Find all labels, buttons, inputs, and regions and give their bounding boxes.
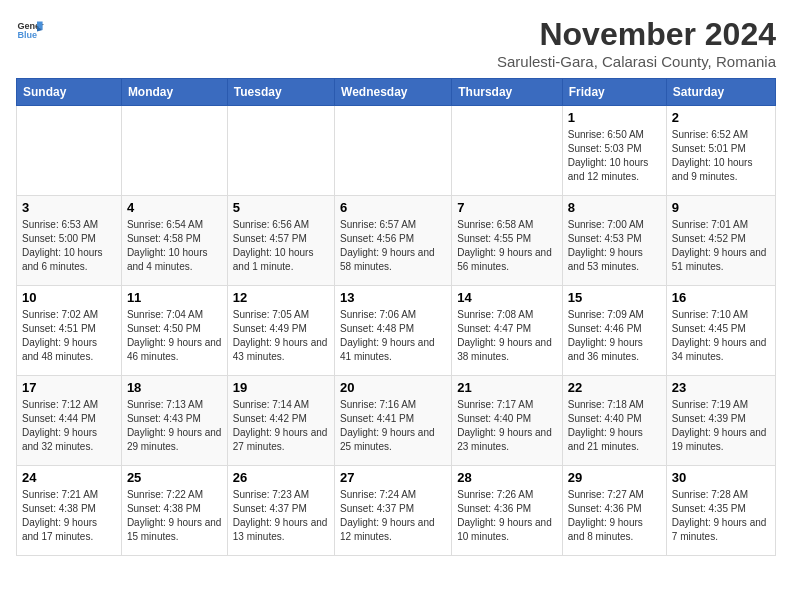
day-number: 19 [233,380,329,395]
day-number: 17 [22,380,116,395]
day-number: 3 [22,200,116,215]
day-number: 29 [568,470,661,485]
logo: General Blue [16,16,44,44]
day-info: Sunrise: 7:12 AMSunset: 4:44 PMDaylight:… [22,398,116,454]
day-number: 20 [340,380,446,395]
day-info: Sunrise: 7:23 AMSunset: 4:37 PMDaylight:… [233,488,329,544]
day-info: Sunrise: 7:17 AMSunset: 4:40 PMDaylight:… [457,398,557,454]
calendar-cell: 15Sunrise: 7:09 AMSunset: 4:46 PMDayligh… [562,286,666,376]
day-info: Sunrise: 7:01 AMSunset: 4:52 PMDaylight:… [672,218,770,274]
week-row-2: 3Sunrise: 6:53 AMSunset: 5:00 PMDaylight… [17,196,776,286]
calendar-cell: 17Sunrise: 7:12 AMSunset: 4:44 PMDayligh… [17,376,122,466]
day-info: Sunrise: 7:05 AMSunset: 4:49 PMDaylight:… [233,308,329,364]
calendar-cell: 8Sunrise: 7:00 AMSunset: 4:53 PMDaylight… [562,196,666,286]
calendar-cell: 12Sunrise: 7:05 AMSunset: 4:49 PMDayligh… [227,286,334,376]
day-number: 22 [568,380,661,395]
col-header-monday: Monday [121,79,227,106]
day-info: Sunrise: 7:14 AMSunset: 4:42 PMDaylight:… [233,398,329,454]
calendar-cell: 1Sunrise: 6:50 AMSunset: 5:03 PMDaylight… [562,106,666,196]
day-info: Sunrise: 7:28 AMSunset: 4:35 PMDaylight:… [672,488,770,544]
day-number: 16 [672,290,770,305]
day-number: 11 [127,290,222,305]
calendar-cell: 23Sunrise: 7:19 AMSunset: 4:39 PMDayligh… [666,376,775,466]
day-info: Sunrise: 7:06 AMSunset: 4:48 PMDaylight:… [340,308,446,364]
calendar-cell: 21Sunrise: 7:17 AMSunset: 4:40 PMDayligh… [452,376,563,466]
day-info: Sunrise: 7:19 AMSunset: 4:39 PMDaylight:… [672,398,770,454]
calendar-cell: 29Sunrise: 7:27 AMSunset: 4:36 PMDayligh… [562,466,666,556]
calendar-cell: 7Sunrise: 6:58 AMSunset: 4:55 PMDaylight… [452,196,563,286]
day-number: 13 [340,290,446,305]
day-number: 27 [340,470,446,485]
day-number: 10 [22,290,116,305]
day-number: 18 [127,380,222,395]
page-header: General Blue November 2024 Sarulesti-Gar… [16,16,776,70]
calendar-cell: 6Sunrise: 6:57 AMSunset: 4:56 PMDaylight… [335,196,452,286]
calendar-cell: 2Sunrise: 6:52 AMSunset: 5:01 PMDaylight… [666,106,775,196]
day-number: 14 [457,290,557,305]
day-number: 2 [672,110,770,125]
day-info: Sunrise: 6:57 AMSunset: 4:56 PMDaylight:… [340,218,446,274]
svg-text:Blue: Blue [17,30,37,40]
day-number: 4 [127,200,222,215]
col-header-sunday: Sunday [17,79,122,106]
calendar-cell [335,106,452,196]
calendar-table: SundayMondayTuesdayWednesdayThursdayFrid… [16,78,776,556]
calendar-cell: 30Sunrise: 7:28 AMSunset: 4:35 PMDayligh… [666,466,775,556]
day-number: 26 [233,470,329,485]
calendar-cell [121,106,227,196]
page-subtitle: Sarulesti-Gara, Calarasi County, Romania [497,53,776,70]
day-info: Sunrise: 7:22 AMSunset: 4:38 PMDaylight:… [127,488,222,544]
week-row-3: 10Sunrise: 7:02 AMSunset: 4:51 PMDayligh… [17,286,776,376]
day-number: 5 [233,200,329,215]
calendar-cell: 10Sunrise: 7:02 AMSunset: 4:51 PMDayligh… [17,286,122,376]
day-info: Sunrise: 6:56 AMSunset: 4:57 PMDaylight:… [233,218,329,274]
day-info: Sunrise: 6:50 AMSunset: 5:03 PMDaylight:… [568,128,661,184]
day-info: Sunrise: 7:04 AMSunset: 4:50 PMDaylight:… [127,308,222,364]
day-number: 15 [568,290,661,305]
day-info: Sunrise: 7:24 AMSunset: 4:37 PMDaylight:… [340,488,446,544]
day-info: Sunrise: 7:18 AMSunset: 4:40 PMDaylight:… [568,398,661,454]
calendar-cell: 16Sunrise: 7:10 AMSunset: 4:45 PMDayligh… [666,286,775,376]
day-info: Sunrise: 7:13 AMSunset: 4:43 PMDaylight:… [127,398,222,454]
day-info: Sunrise: 7:26 AMSunset: 4:36 PMDaylight:… [457,488,557,544]
day-info: Sunrise: 7:08 AMSunset: 4:47 PMDaylight:… [457,308,557,364]
calendar-cell: 9Sunrise: 7:01 AMSunset: 4:52 PMDaylight… [666,196,775,286]
calendar-cell: 13Sunrise: 7:06 AMSunset: 4:48 PMDayligh… [335,286,452,376]
title-section: November 2024 Sarulesti-Gara, Calarasi C… [497,16,776,70]
day-info: Sunrise: 7:00 AMSunset: 4:53 PMDaylight:… [568,218,661,274]
calendar-cell: 22Sunrise: 7:18 AMSunset: 4:40 PMDayligh… [562,376,666,466]
day-number: 8 [568,200,661,215]
calendar-header-row: SundayMondayTuesdayWednesdayThursdayFrid… [17,79,776,106]
calendar-cell [227,106,334,196]
calendar-cell [452,106,563,196]
day-info: Sunrise: 7:21 AMSunset: 4:38 PMDaylight:… [22,488,116,544]
day-info: Sunrise: 7:09 AMSunset: 4:46 PMDaylight:… [568,308,661,364]
day-number: 30 [672,470,770,485]
calendar-cell: 18Sunrise: 7:13 AMSunset: 4:43 PMDayligh… [121,376,227,466]
day-number: 21 [457,380,557,395]
logo-icon: General Blue [16,16,44,44]
calendar-cell: 24Sunrise: 7:21 AMSunset: 4:38 PMDayligh… [17,466,122,556]
calendar-cell: 19Sunrise: 7:14 AMSunset: 4:42 PMDayligh… [227,376,334,466]
week-row-1: 1Sunrise: 6:50 AMSunset: 5:03 PMDaylight… [17,106,776,196]
week-row-5: 24Sunrise: 7:21 AMSunset: 4:38 PMDayligh… [17,466,776,556]
col-header-tuesday: Tuesday [227,79,334,106]
day-info: Sunrise: 6:54 AMSunset: 4:58 PMDaylight:… [127,218,222,274]
calendar-cell: 20Sunrise: 7:16 AMSunset: 4:41 PMDayligh… [335,376,452,466]
day-number: 1 [568,110,661,125]
day-number: 24 [22,470,116,485]
day-number: 25 [127,470,222,485]
calendar-cell [17,106,122,196]
day-info: Sunrise: 7:10 AMSunset: 4:45 PMDaylight:… [672,308,770,364]
calendar-cell: 27Sunrise: 7:24 AMSunset: 4:37 PMDayligh… [335,466,452,556]
day-info: Sunrise: 6:53 AMSunset: 5:00 PMDaylight:… [22,218,116,274]
day-number: 7 [457,200,557,215]
day-info: Sunrise: 7:16 AMSunset: 4:41 PMDaylight:… [340,398,446,454]
col-header-saturday: Saturday [666,79,775,106]
day-number: 9 [672,200,770,215]
calendar-cell: 11Sunrise: 7:04 AMSunset: 4:50 PMDayligh… [121,286,227,376]
day-info: Sunrise: 7:27 AMSunset: 4:36 PMDaylight:… [568,488,661,544]
calendar-cell: 5Sunrise: 6:56 AMSunset: 4:57 PMDaylight… [227,196,334,286]
col-header-wednesday: Wednesday [335,79,452,106]
calendar-cell: 26Sunrise: 7:23 AMSunset: 4:37 PMDayligh… [227,466,334,556]
